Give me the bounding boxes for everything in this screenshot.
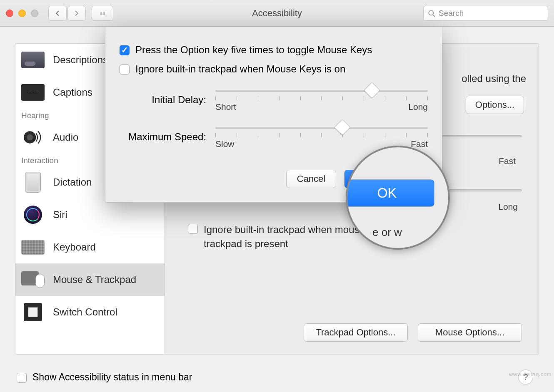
display-icon: [21, 50, 45, 70]
slider-label-short: Short: [215, 102, 236, 112]
svg-point-1: [101, 12, 102, 12]
show-all-button[interactable]: [92, 6, 113, 21]
sidebar-item-label: Keyboard: [53, 241, 96, 253]
keyboard-icon: [21, 237, 45, 257]
switch-control-icon: [21, 302, 45, 322]
show-status-label: Show Accessibility status in menu bar: [32, 372, 192, 383]
nav-buttons: [48, 6, 86, 21]
speaker-icon: [21, 127, 45, 147]
ignore-trackpad-label: Ignore built-in trackpad when mouse or w…: [204, 223, 437, 251]
max-speed-slider[interactable]: Slow Fast: [215, 124, 428, 149]
max-speed-label: Maximum Speed:: [120, 131, 206, 143]
search-icon: [428, 10, 435, 17]
sidebar-item-label: Audio: [53, 131, 78, 143]
sidebar-item-mouse-trackpad[interactable]: Mouse & Trackpad: [15, 263, 165, 296]
sidebar-item-switch-control[interactable]: Switch Control: [15, 296, 165, 328]
ok-button[interactable]: OK: [344, 170, 428, 188]
press-option-checkbox[interactable]: [120, 45, 130, 55]
ignore-trackpad-checkbox[interactable]: [188, 224, 198, 234]
window-titlebar: Accessibility Search: [0, 0, 554, 27]
sidebar-item-label: Switch Control: [53, 306, 117, 318]
sidebar-item-keyboard[interactable]: Keyboard: [15, 231, 165, 263]
svg-point-9: [101, 14, 102, 15]
search-placeholder: Search: [439, 9, 464, 18]
window-title: Accessibility: [252, 8, 302, 19]
traffic-lights: [6, 10, 38, 17]
ignore-trackpad-mousekeys-label: Ignore built-in trackpad when Mouse Keys…: [135, 63, 345, 75]
svg-point-6: [103, 13, 104, 14]
show-status-checkbox[interactable]: [17, 373, 27, 383]
sidebar-item-label: Descriptions: [53, 54, 108, 66]
svg-point-4: [100, 13, 101, 14]
footer: Show Accessibility status in menu bar: [17, 372, 537, 383]
ignore-trackpad-row: Ignore built-in trackpad when mouse or w…: [188, 223, 455, 251]
partial-description-text: olled using the: [462, 73, 526, 84]
sidebar-item-label: Captions: [53, 87, 92, 98]
sidebar-item-label: Mouse & Trackpad: [53, 274, 136, 285]
svg-point-0: [100, 12, 101, 12]
watermark-text: www.deuaq.com: [509, 371, 552, 377]
options-button[interactable]: Options...: [466, 96, 524, 114]
svg-point-12: [429, 10, 433, 15]
bg-slider-label-long: Long: [498, 202, 518, 212]
sidebar-item-label: Siri: [53, 209, 67, 221]
maximize-icon: [31, 10, 38, 17]
search-field[interactable]: Search: [423, 6, 548, 21]
sidebar-item-label: Dictation: [53, 176, 92, 188]
mouse-trackpad-icon: [21, 270, 45, 290]
press-option-label: Press the Option key five times to toggl…: [135, 44, 372, 56]
initial-delay-slider[interactable]: Short Long: [215, 87, 428, 112]
ignore-trackpad-mousekeys-checkbox[interactable]: [120, 65, 130, 74]
mouse-options-button[interactable]: Mouse Options...: [418, 323, 522, 342]
microphone-icon: [21, 172, 45, 192]
back-button[interactable]: [48, 6, 67, 21]
captions-icon: — —: [21, 82, 45, 102]
mouse-keys-options-sheet: Press the Option key five times to toggl…: [105, 27, 442, 203]
svg-point-7: [104, 13, 105, 14]
svg-point-3: [104, 12, 105, 12]
trackpad-options-button[interactable]: Trackpad Options...: [304, 323, 408, 342]
minimize-icon[interactable]: [18, 10, 26, 17]
close-icon[interactable]: [6, 10, 13, 17]
siri-icon: [21, 205, 45, 225]
svg-point-5: [101, 13, 102, 14]
svg-point-11: [104, 14, 105, 15]
svg-line-13: [433, 15, 435, 17]
cancel-button[interactable]: Cancel: [286, 170, 336, 188]
slider-label-slow: Slow: [215, 139, 235, 149]
bg-slider-label-fast: Fast: [499, 156, 516, 166]
svg-point-2: [103, 12, 104, 12]
sidebar-item-siri[interactable]: Siri: [15, 198, 165, 231]
svg-point-8: [100, 14, 101, 15]
slider-label-long: Long: [408, 102, 428, 112]
slider-label-fast: Fast: [411, 139, 428, 149]
svg-point-15: [27, 134, 33, 141]
forward-button[interactable]: [67, 6, 86, 21]
svg-point-10: [103, 14, 104, 15]
initial-delay-label: Initial Delay:: [120, 94, 206, 106]
